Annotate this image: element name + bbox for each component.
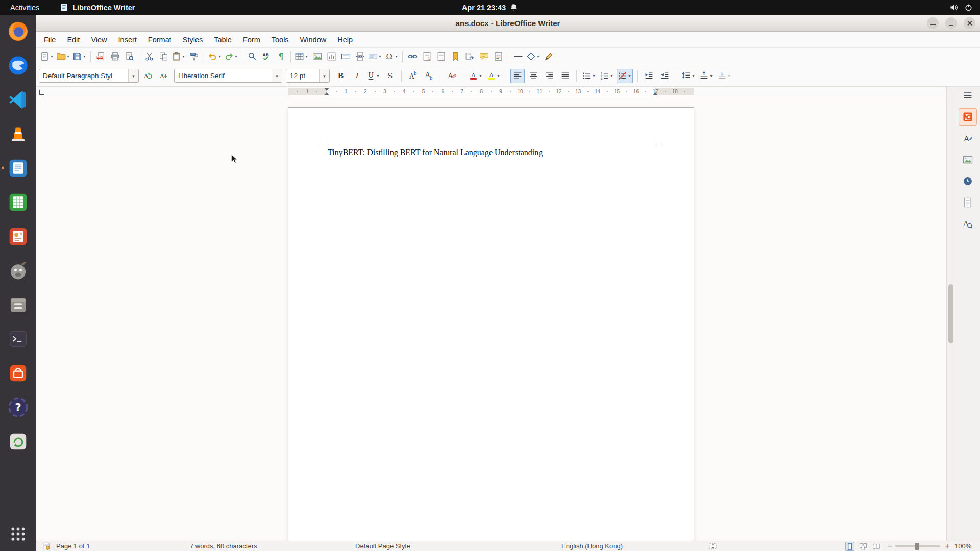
paragraph-style-combo[interactable]: Default Paragraph Styl ▾ <box>39 69 139 83</box>
sidebar-tab-page[interactable] <box>959 194 977 211</box>
chevron-down-icon[interactable]: ▾ <box>82 54 87 59</box>
chevron-down-icon[interactable]: ▾ <box>304 54 309 59</box>
chevron-down-icon[interactable]: ▾ <box>627 73 632 78</box>
word-count[interactable]: 7 words, 60 characters <box>190 542 257 550</box>
chevron-down-icon[interactable]: ▾ <box>217 54 222 59</box>
superscript-button[interactable]: Ab <box>406 69 420 83</box>
new-document-button[interactable]: ▾ <box>39 49 55 64</box>
chevron-down-icon[interactable]: ▾ <box>319 69 329 82</box>
selection-mode-icon[interactable] <box>708 542 718 551</box>
basic-shapes-button[interactable]: ▾ <box>525 49 542 64</box>
document-modified-icon[interactable] <box>42 542 51 551</box>
dock-libreoffice-calc[interactable] <box>0 190 36 214</box>
insert-endnote-button[interactable]: i <box>434 49 448 64</box>
power-icon[interactable] <box>964 3 973 12</box>
insert-cross-reference-button[interactable] <box>462 49 477 64</box>
chevron-down-icon[interactable]: ▾ <box>592 73 596 78</box>
save-button[interactable]: ▾ <box>71 49 88 64</box>
new-style-from-selection-button[interactable]: A <box>156 69 170 83</box>
insert-chart-button[interactable] <box>324 49 338 64</box>
chevron-down-icon[interactable]: ▾ <box>496 73 501 78</box>
clone-formatting-button[interactable] <box>187 49 201 64</box>
sidebar-tab-styles[interactable]: A <box>959 130 977 147</box>
align-right-button[interactable] <box>542 69 556 83</box>
document-text[interactable]: TinyBERT: Distilling BERT for Natural La… <box>328 147 655 158</box>
insert-hyperlink-button[interactable] <box>405 49 420 64</box>
copy-button[interactable] <box>156 49 170 64</box>
dock-thunderbird[interactable] <box>0 53 36 78</box>
update-selected-style-button[interactable]: A <box>140 69 155 83</box>
chevron-down-icon[interactable]: ▾ <box>66 54 70 59</box>
zoom-out-button[interactable]: − <box>887 542 893 550</box>
insert-footnote-button[interactable]: 1 <box>420 49 434 64</box>
redo-button[interactable]: ▾ <box>223 49 239 64</box>
menu-format[interactable]: Format <box>142 33 177 46</box>
document-canvas[interactable]: TinyBERT: Distilling BERT for Natural La… <box>36 96 946 541</box>
paste-button[interactable]: ▾ <box>170 49 187 64</box>
increase-indent-button[interactable] <box>642 69 656 83</box>
volume-icon[interactable] <box>949 3 958 12</box>
show-draw-functions-button[interactable] <box>542 49 556 64</box>
menu-file[interactable]: File <box>38 33 61 46</box>
chevron-down-icon[interactable]: ▾ <box>727 73 731 78</box>
increase-paragraph-spacing-button[interactable]: ▾ <box>698 69 715 83</box>
menu-form[interactable]: Form <box>237 33 266 46</box>
dock-libreoffice-impress[interactable] <box>0 224 36 248</box>
page-style[interactable]: Default Page Style <box>355 542 410 550</box>
justified-button[interactable] <box>558 69 572 83</box>
chevron-down-icon[interactable]: ▾ <box>234 54 238 59</box>
close-button[interactable] <box>964 17 975 29</box>
dock-files[interactable] <box>0 292 36 317</box>
sidebar-tab-style-inspector[interactable]: A <box>959 215 977 233</box>
chevron-down-icon[interactable]: ▾ <box>272 69 282 82</box>
insert-special-character-button[interactable]: Ω▾ <box>383 49 400 64</box>
font-color-button[interactable]: A▾ <box>468 69 484 83</box>
horizontal-ruler[interactable]: 1123456789101112131415161718 <box>36 87 946 96</box>
menu-insert[interactable]: Insert <box>113 33 142 46</box>
dock-help[interactable]: ? <box>0 395 36 419</box>
maximize-button[interactable] <box>945 17 957 29</box>
track-changes-button[interactable] <box>491 49 505 64</box>
chevron-down-icon[interactable]: ▾ <box>376 73 380 78</box>
find-and-replace-button[interactable] <box>245 49 259 64</box>
menu-table[interactable]: Table <box>208 33 237 46</box>
titlebar[interactable]: ans.docx - LibreOffice Writer <box>36 15 980 32</box>
sidebar-tab-navigator[interactable] <box>959 172 977 190</box>
book-view-button[interactable] <box>872 542 881 551</box>
chevron-down-icon[interactable]: ▾ <box>128 69 138 82</box>
menu-edit[interactable]: Edit <box>61 33 85 46</box>
spelling-button[interactable]: AB <box>259 49 274 64</box>
first-line-indent-marker[interactable] <box>324 88 329 91</box>
menu-styles[interactable]: Styles <box>177 33 209 46</box>
chevron-down-icon[interactable]: ▾ <box>478 73 483 78</box>
chevron-down-icon[interactable]: ▾ <box>691 73 696 78</box>
no-list-button[interactable]: ▾ <box>617 69 633 83</box>
dock-vlc[interactable] <box>0 121 36 146</box>
sidebar-tab-gallery[interactable] <box>959 151 977 168</box>
page-count[interactable]: Page 1 of 1 <box>56 542 90 550</box>
left-indent-marker[interactable] <box>324 92 329 95</box>
font-name-combo[interactable]: Liberation Serif ▾ <box>174 69 282 83</box>
clock-menu[interactable]: Apr 21 23:43 <box>462 3 518 12</box>
chevron-down-icon[interactable]: ▾ <box>536 54 541 59</box>
dock-ubuntu-software[interactable] <box>0 361 36 385</box>
dock-terminal[interactable] <box>0 327 36 351</box>
single-page-view-button[interactable] <box>845 542 854 551</box>
highlighting-color-button[interactable]: A▾ <box>485 69 502 83</box>
insert-bookmark-button[interactable] <box>448 49 462 64</box>
ordered-list-button[interactable]: 1.2.3.▾ <box>599 69 615 83</box>
undo-button[interactable]: ▾ <box>207 49 223 64</box>
align-left-button[interactable] <box>510 69 525 83</box>
clear-direct-formatting-button[interactable]: A <box>445 69 459 83</box>
scrollbar-thumb[interactable] <box>948 284 953 343</box>
document-page[interactable]: TinyBERT: Distilling BERT for Natural La… <box>288 107 694 541</box>
ruler-strip[interactable]: 1123456789101112131415161718 <box>288 88 694 95</box>
unordered-list-button[interactable]: ▾ <box>581 69 597 83</box>
focused-app-indicator[interactable]: LibreOffice Writer <box>60 3 135 12</box>
tab-stop-selector[interactable] <box>37 87 46 96</box>
cut-button[interactable] <box>142 49 156 64</box>
insert-horizontal-line-button[interactable] <box>511 49 525 64</box>
sidebar-tab-sidebar-settings[interactable] <box>959 87 977 104</box>
minimize-button[interactable] <box>927 17 939 29</box>
formatting-marks-button[interactable]: ¶ <box>274 49 288 64</box>
